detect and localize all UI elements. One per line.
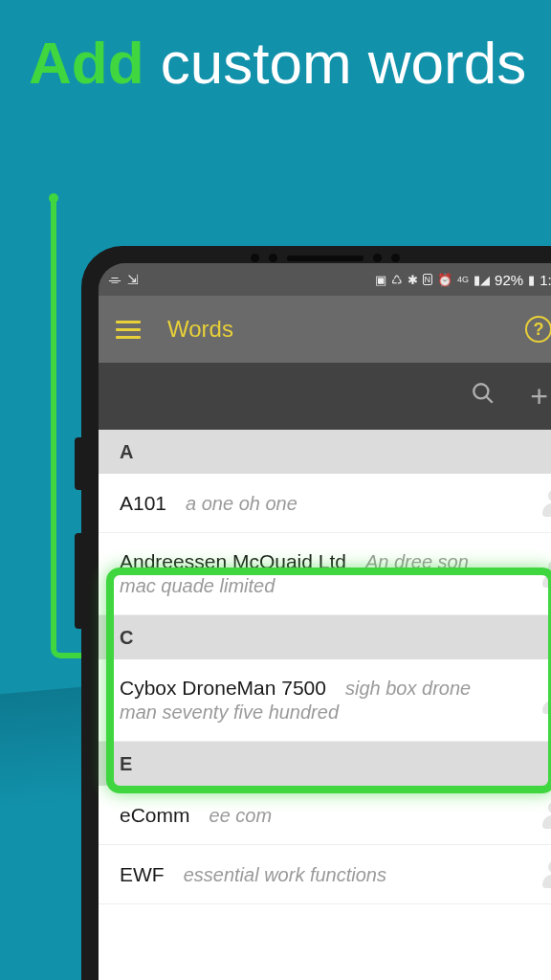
word-text: Cybox DroneMan 7500	[120, 677, 326, 700]
phone-frame: ⌯ ⇲ ▣ ♺ ✱ N ⏰ 4G ▮◢ 92% ▮ 1:3 Words	[81, 246, 551, 980]
promo-title: Add custom words	[29, 31, 526, 96]
network-icon: 4G	[457, 275, 469, 284]
promo-title-accent: Add	[29, 30, 144, 96]
action-bar: +	[99, 363, 551, 430]
page-title: Words	[167, 316, 233, 343]
person-icon	[542, 861, 551, 888]
list-item[interactable]: eComm ee com	[99, 786, 551, 845]
add-button[interactable]: +	[530, 379, 548, 414]
search-button[interactable]	[471, 381, 496, 412]
status-bar: ⌯ ⇲ ▣ ♺ ✱ N ⏰ 4G ▮◢ 92% ▮ 1:3	[99, 263, 551, 296]
pronunciation-text: sigh box drone	[345, 678, 471, 700]
signal-icon: ▮◢	[474, 273, 490, 287]
help-button[interactable]: ?	[525, 316, 551, 343]
list-item[interactable]: EWF essential work functions	[99, 845, 551, 904]
svg-line-1	[487, 396, 494, 403]
status-time: 1:3	[540, 272, 551, 288]
battery-percent: 92%	[495, 272, 523, 288]
pronunciation-text-2: man seventy five hundred	[120, 702, 551, 724]
section-header: A	[99, 430, 551, 474]
voicemail-icon: ⌯	[108, 272, 121, 287]
promo-title-rest: custom words	[161, 30, 526, 96]
menu-button[interactable]	[116, 321, 141, 339]
battery-saver-icon: ▣	[375, 273, 386, 287]
word-text: eComm	[120, 804, 190, 827]
app-bar: Words ?	[99, 296, 551, 363]
pronunciation-text: a one oh one	[186, 493, 298, 515]
pronunciation-text: An dree son	[365, 551, 469, 573]
battery-icon: ▮	[528, 273, 535, 287]
alarm-icon: ⏰	[437, 273, 452, 287]
cast-icon: ⇲	[127, 272, 139, 287]
svg-point-0	[474, 384, 489, 398]
person-icon	[542, 687, 551, 714]
recycle-icon: ♺	[391, 273, 403, 287]
bluetooth-icon: ✱	[408, 273, 418, 287]
word-text: Andreessen McQuaid Ltd	[120, 550, 346, 573]
nfc-icon: N	[423, 274, 433, 285]
person-icon	[542, 561, 551, 588]
word-text: EWF	[120, 863, 165, 886]
list-item[interactable]: Andreessen McQuaid Ltd An dree son mac q…	[99, 533, 551, 615]
person-icon	[542, 490, 551, 517]
pronunciation-text-2: mac quade limited	[120, 575, 551, 597]
word-list[interactable]: A A101 a one oh one Andreessen McQuaid L…	[99, 430, 551, 980]
section-header: C	[99, 615, 551, 659]
word-text: A101	[120, 492, 166, 515]
list-item[interactable]: A101 a one oh one	[99, 474, 551, 533]
list-item[interactable]: Cybox DroneMan 7500 sigh box drone man s…	[99, 659, 551, 742]
phone-screen: ⌯ ⇲ ▣ ♺ ✱ N ⏰ 4G ▮◢ 92% ▮ 1:3 Words	[99, 263, 551, 980]
pronunciation-text: ee com	[209, 805, 273, 827]
pronunciation-text: essential work functions	[184, 864, 386, 886]
section-header: E	[99, 742, 551, 786]
person-icon	[542, 802, 551, 829]
phone-notch	[251, 254, 400, 262]
